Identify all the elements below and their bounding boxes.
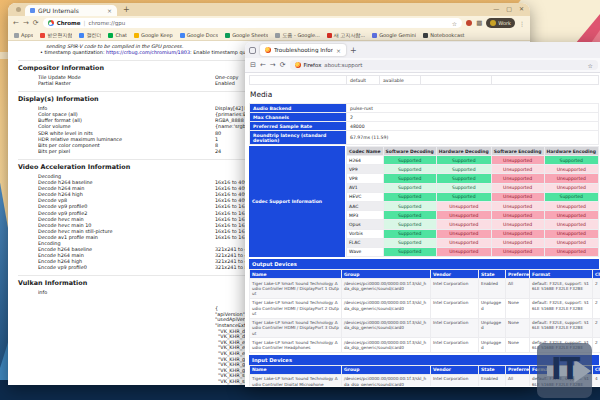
bookmark-item[interactable]: Google Sheets bbox=[225, 32, 268, 38]
software-decoding-status: Supported bbox=[384, 211, 436, 219]
extension-icon[interactable] bbox=[466, 20, 472, 26]
bookmark-item[interactable]: Chat bbox=[108, 32, 127, 38]
hardware-encoding-status: Unsupported bbox=[545, 230, 599, 238]
codec-row: H264 Supported Supported Unsupported Sup… bbox=[347, 156, 598, 164]
bookmark-icon bbox=[134, 33, 139, 38]
software-encoding-status: Unsupported bbox=[492, 174, 544, 182]
bookmark-item[interactable]: 새 고지서함... bbox=[327, 32, 365, 38]
row-label: Bits per pixel bbox=[38, 148, 215, 154]
device-group: /devices/pci0000:00/0000:00:1f.3/skl_hda… bbox=[342, 279, 430, 298]
device-header-row: Name Group Vendor State Preferred Format… bbox=[250, 270, 600, 278]
device-row: Tiger Lake-LP Smart Sound Technology Aud… bbox=[250, 299, 600, 318]
firefox-address-bar[interactable]: Firefox about:support ☆ bbox=[290, 60, 599, 70]
codec-row: FLAC Supported Unsupported Unsupported U… bbox=[347, 239, 598, 247]
software-encoding-status: Unsupported bbox=[492, 165, 544, 173]
bookmark-item[interactable]: 도움 - Google... bbox=[275, 32, 319, 38]
bookmark-icon bbox=[180, 33, 185, 38]
hardware-encoding-status: Supported bbox=[545, 193, 599, 201]
codec-row: Wave Supported Unsupported Unsupported U… bbox=[347, 248, 598, 256]
bookmark-item[interactable]: Apps bbox=[14, 32, 33, 38]
bookmark-icon bbox=[372, 33, 377, 38]
bookmark-star-icon[interactable]: ☆ bbox=[588, 62, 593, 69]
chrome-address-bar[interactable]: Chrome | chrome://gpu ☆ bbox=[43, 18, 463, 28]
device-name: Tiger Lake-LP Smart Sound Technology Aud… bbox=[250, 319, 341, 338]
reload-icon[interactable]: ⟳ bbox=[280, 61, 286, 69]
software-encoding-status: Unsupported bbox=[492, 211, 544, 219]
minimize-button[interactable]: — bbox=[493, 5, 499, 12]
gpu-favicon bbox=[30, 8, 35, 13]
tab-close-icon[interactable]: × bbox=[336, 47, 341, 54]
device-name: Tiger Lake-LP Smart Sound Technology Aud… bbox=[250, 338, 341, 352]
device-name: Tiger Lake-LP Smart Sound Technology Aud… bbox=[250, 375, 341, 386]
bookmark-icon bbox=[14, 33, 19, 38]
row-label: Audio Backend bbox=[250, 104, 346, 112]
menu-kebab-icon[interactable]: ⋮ bbox=[519, 20, 525, 27]
device-channels: 2 bbox=[593, 279, 600, 298]
table-row: Max Channels 2 bbox=[250, 113, 598, 121]
row-label: Encode vp9 profile0 bbox=[38, 264, 215, 270]
device-vendor: Intel Corporation bbox=[431, 319, 478, 338]
chrome-tab-gpu-internals[interactable]: GPU Internals × bbox=[25, 5, 117, 16]
row-label: Preferred Sample Rate bbox=[250, 122, 346, 130]
codec-row: HEVC Supported Supported Unsupported Sup… bbox=[347, 193, 598, 201]
firefox-logo-icon bbox=[295, 62, 301, 68]
env-name: MESA_THREADING bbox=[250, 76, 346, 84]
reload-icon[interactable]: ⟳ bbox=[33, 19, 39, 27]
hardware-decoding-status: Unsupported bbox=[437, 239, 491, 247]
tab-close-icon[interactable]: × bbox=[107, 7, 112, 14]
software-encoding-status: Unsupported bbox=[492, 184, 544, 192]
crbug-link[interactable]: https://crbug.com/chromium/1803 bbox=[106, 49, 190, 55]
codec-row: Vorbis Supported Unsupported Unsupported… bbox=[347, 230, 598, 238]
codec-name: H264 bbox=[347, 156, 383, 164]
bookmark-item[interactable]: 받은편지함 bbox=[40, 32, 72, 38]
firefox-view-icon[interactable] bbox=[249, 47, 256, 54]
new-tab-button[interactable]: + bbox=[123, 5, 130, 14]
bookmark-item[interactable]: Google Gemini bbox=[372, 32, 416, 38]
new-tab-button[interactable]: + bbox=[350, 46, 357, 55]
firefox-nav-bar: ⊟ ← → ⟳ Firefox about:support ☆ bbox=[245, 58, 600, 73]
device-state: Enabled bbox=[479, 279, 505, 298]
bookmark-item[interactable]: 캘린더 bbox=[79, 32, 101, 38]
codec-row: AAC Supported Unsupported Unsupported Un… bbox=[347, 202, 598, 210]
software-encoding-status: Unsupported bbox=[492, 156, 544, 164]
bookmark-star-icon[interactable]: ☆ bbox=[452, 20, 457, 27]
hardware-decoding-status: Unsupported bbox=[437, 248, 491, 256]
tab-title: GPU Internals bbox=[38, 7, 104, 14]
back-icon[interactable]: ← bbox=[260, 61, 266, 69]
media-heading: Media bbox=[250, 90, 599, 99]
hardware-encoding-status: Unsupported bbox=[545, 202, 599, 210]
url-separator: | bbox=[84, 20, 86, 26]
bookmark-item[interactable]: Google Keep bbox=[134, 32, 173, 38]
software-decoding-status: Supported bbox=[384, 230, 436, 238]
output-devices-heading: Output Devices bbox=[249, 259, 599, 269]
sidebar-icon[interactable]: ⊟ bbox=[250, 61, 256, 69]
tab-search-icon[interactable] bbox=[16, 7, 21, 12]
maximize-button[interactable]: ▢ bbox=[506, 5, 512, 12]
media-table: Audio Backend pulse-rust Max Channels 2 … bbox=[249, 103, 599, 145]
software-decoding-status: Supported bbox=[384, 193, 436, 201]
output-devices-table: Name Group Vendor State Preferred Format… bbox=[249, 269, 600, 353]
codec-row: Opus Supported Unsupported Unsupported U… bbox=[347, 220, 598, 228]
extensions-puzzle-icon[interactable]: ▩ bbox=[476, 19, 482, 27]
profile-chip[interactable]: Work bbox=[486, 18, 515, 28]
software-decoding-status: Supported bbox=[384, 156, 436, 164]
device-name: Tiger Lake-LP Smart Sound Technology Aud… bbox=[250, 299, 341, 318]
close-button[interactable]: ✕ bbox=[519, 5, 524, 12]
software-decoding-status: Supported bbox=[384, 239, 436, 247]
environment-variables-table: MESA_THREADING default available bbox=[249, 75, 599, 85]
bookmark-item[interactable]: Notebookcast bbox=[423, 32, 464, 38]
codec-name: AV1 bbox=[347, 184, 383, 192]
desktop: GPU Internals × + — ▢ ✕ ← → ⟳ Chrome | c… bbox=[0, 0, 600, 400]
forward-icon[interactable]: → bbox=[23, 19, 29, 27]
forward-icon[interactable]: → bbox=[270, 61, 276, 69]
bookmark-item[interactable]: Google Docs bbox=[180, 32, 218, 38]
bookmark-label: Google Gemini bbox=[379, 32, 416, 38]
table-row: Preferred Sample Rate 48000 bbox=[250, 122, 598, 130]
back-icon[interactable]: ← bbox=[13, 19, 19, 27]
device-state: Enabled bbox=[479, 375, 505, 386]
hardware-decoding-status: Unsupported bbox=[437, 211, 491, 219]
bookmark-icon bbox=[79, 33, 84, 38]
hardware-decoding-status: Unsupported bbox=[437, 230, 491, 238]
bookmark-label: Google Docs bbox=[187, 32, 218, 38]
firefox-tab-troubleshooting[interactable]: Troubleshooting Inform × bbox=[260, 44, 346, 56]
